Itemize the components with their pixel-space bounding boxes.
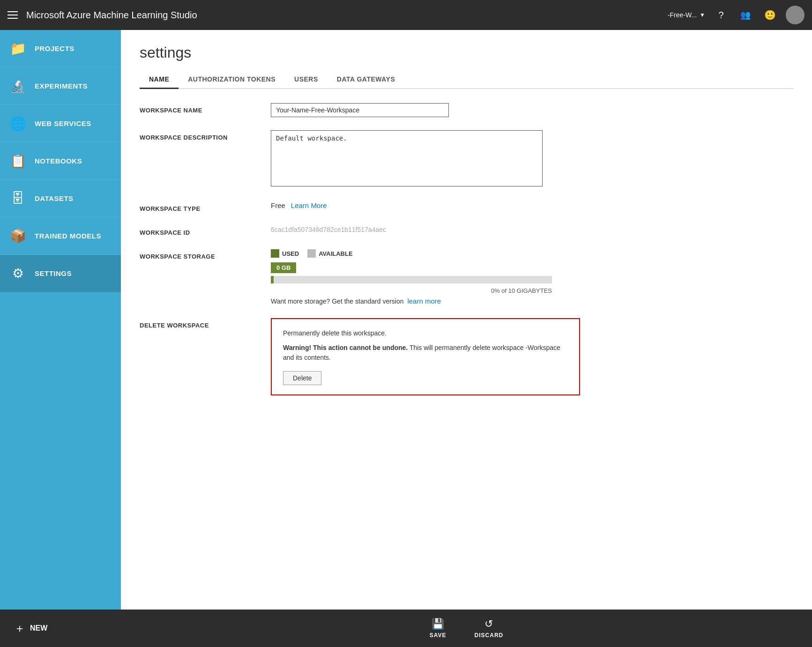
chevron-down-icon: ▼ [700, 12, 705, 18]
sidebar-item-experiments[interactable]: 🔬 EXPERIMENTS [0, 67, 121, 105]
workspace-id-label: WORKSPACE ID [140, 225, 271, 236]
experiments-icon: 🔬 [9, 78, 26, 94]
sidebar-item-notebooks[interactable]: 📋 NOTEBOOKS [0, 142, 121, 180]
delete-warning-text: Warning! This action cannot be undone. T… [283, 343, 568, 363]
new-button[interactable]: ＋ NEW [0, 621, 121, 636]
feedback-icon[interactable]: 🙂 [761, 7, 778, 23]
used-color-swatch [271, 249, 279, 258]
sidebar: 📁 PROJECTS 🔬 EXPERIMENTS 🌐 WEB SERVICES … [0, 30, 121, 610]
top-nav: Microsoft Azure Machine Learning Studio … [0, 0, 812, 30]
delete-workspace-label: DELETE WORKSPACE [140, 318, 271, 329]
content-area: settings NAME AUTHORIZATION TOKENS USERS… [121, 30, 812, 610]
bottom-bar: ＋ NEW 💾 SAVE ↺ DISCARD [0, 610, 812, 647]
workspace-name-row: WORKSPACE NAME [140, 103, 793, 117]
projects-icon: 📁 [9, 41, 26, 56]
top-nav-right: -Free-W... ▼ ? 👥 🙂 [668, 6, 805, 24]
sidebar-item-settings[interactable]: ⚙ SETTINGS [0, 255, 121, 292]
workspace-description-textarea[interactable]: Default workspace. [271, 130, 543, 186]
workspace-type-label: WORKSPACE TYPE [140, 201, 271, 212]
community-icon[interactable]: 👥 [737, 7, 754, 23]
tab-authorization-tokens[interactable]: AUTHORIZATION TOKENS [179, 71, 285, 89]
page-title: settings [140, 44, 793, 61]
workspace-id-row: WORKSPACE ID 6cac1dfa507346d782ce1b11f51… [140, 225, 793, 236]
learn-more-link[interactable]: Learn More [291, 201, 327, 209]
workspace-storage-label: WORKSPACE STORAGE [140, 249, 271, 260]
delete-button[interactable]: Delete [283, 371, 321, 385]
app-title: Microsoft Azure Machine Learning Studio [26, 10, 668, 21]
datasets-icon: 🗄 [9, 191, 26, 206]
delete-warning-strong: Warning! This action cannot be undone. [283, 344, 408, 351]
bottom-actions: 💾 SAVE ↺ DISCARD [121, 618, 812, 639]
sidebar-item-datasets[interactable]: 🗄 DATASETS [0, 180, 121, 217]
hamburger-menu[interactable] [7, 11, 18, 19]
workspace-name-input[interactable] [271, 103, 449, 117]
save-label: SAVE [430, 632, 447, 639]
storage-bar-fill [271, 276, 274, 283]
storage-legend: USED AVAILABLE [271, 249, 599, 258]
tab-data-gateways[interactable]: DATA GATEWAYS [328, 71, 404, 89]
workspace-type-value-row: Free Learn More [271, 201, 599, 209]
available-color-swatch [307, 249, 316, 258]
settings-icon: ⚙ [9, 266, 26, 281]
discard-action[interactable]: ↺ DISCARD [475, 618, 504, 639]
tab-name[interactable]: NAME [140, 71, 179, 89]
sidebar-item-web-services[interactable]: 🌐 WEB SERVICES [0, 105, 121, 142]
sidebar-label-projects: PROJECTS [35, 45, 74, 52]
workspace-type-value: Free [271, 201, 285, 209]
workspace-description-row: WORKSPACE DESCRIPTION Default workspace. [140, 130, 793, 188]
delete-description-1: Permanently delete this workspace. [283, 328, 568, 338]
delete-workspace-control: Permanently delete this workspace. Warni… [271, 318, 599, 395]
sidebar-label-trained-models: TRAINED MODELS [35, 232, 101, 240]
storage-more-prefix: Want more storage? Get the standard vers… [271, 297, 404, 305]
workspace-storage-row: WORKSPACE STORAGE USED AVAILABLE 0 GB [140, 249, 793, 305]
workspace-id-control: 6cac1dfa507346d782ce1b11f517a4aec [271, 225, 599, 234]
storage-used-legend: USED [271, 249, 299, 258]
main-layout: 📁 PROJECTS 🔬 EXPERIMENTS 🌐 WEB SERVICES … [0, 30, 812, 610]
storage-percent: 0% of 10 GIGABYTES [271, 287, 552, 294]
workspace-id-value: 6cac1dfa507346d782ce1b11f517a4aec [271, 226, 386, 233]
delete-workspace-box: Permanently delete this workspace. Warni… [271, 318, 580, 395]
discard-label: DISCARD [475, 632, 504, 639]
plus-icon: ＋ [14, 621, 25, 636]
save-action[interactable]: 💾 SAVE [430, 618, 447, 639]
workspace-name-label: WORKSPACE NAME [140, 103, 271, 114]
workspace-selector-label: -Free-W... [668, 11, 697, 19]
notebooks-icon: 📋 [9, 153, 26, 169]
new-label: NEW [30, 624, 47, 632]
workspace-selector[interactable]: -Free-W... ▼ [668, 11, 705, 19]
sidebar-label-web-services: WEB SERVICES [35, 119, 91, 127]
workspace-name-control [271, 103, 599, 117]
workspace-type-row: WORKSPACE TYPE Free Learn More [140, 201, 793, 212]
sidebar-label-datasets: DATASETS [35, 194, 74, 202]
save-icon: 💾 [432, 618, 444, 630]
storage-bar [271, 276, 552, 283]
storage-badge: 0 GB [271, 262, 296, 273]
sidebar-item-trained-models[interactable]: 📦 TRAINED MODELS [0, 217, 121, 255]
tab-users[interactable]: USERS [285, 71, 328, 89]
workspace-type-control: Free Learn More [271, 201, 599, 209]
storage-more-text: Want more storage? Get the standard vers… [271, 297, 599, 305]
storage-learn-more-link[interactable]: learn more [407, 297, 441, 305]
settings-tabs: NAME AUTHORIZATION TOKENS USERS DATA GAT… [140, 71, 793, 89]
user-avatar[interactable] [786, 6, 805, 24]
storage-available-label: AVAILABLE [319, 250, 352, 257]
sidebar-item-projects[interactable]: 📁 PROJECTS [0, 30, 121, 67]
storage-used-label: USED [282, 250, 299, 257]
workspace-description-label: WORKSPACE DESCRIPTION [140, 130, 271, 141]
help-button[interactable]: ? [713, 7, 730, 23]
workspace-storage-control: USED AVAILABLE 0 GB 0% of 10 GIGABYTES W… [271, 249, 599, 305]
workspace-description-control: Default workspace. [271, 130, 599, 188]
sidebar-label-notebooks: NOTEBOOKS [35, 157, 82, 165]
discard-icon: ↺ [484, 618, 493, 630]
storage-available-legend: AVAILABLE [307, 249, 352, 258]
sidebar-label-settings: SETTINGS [35, 269, 72, 277]
web-services-icon: 🌐 [9, 116, 26, 131]
delete-workspace-row: DELETE WORKSPACE Permanently delete this… [140, 318, 793, 395]
sidebar-label-experiments: EXPERIMENTS [35, 82, 88, 90]
trained-models-icon: 📦 [9, 228, 26, 244]
